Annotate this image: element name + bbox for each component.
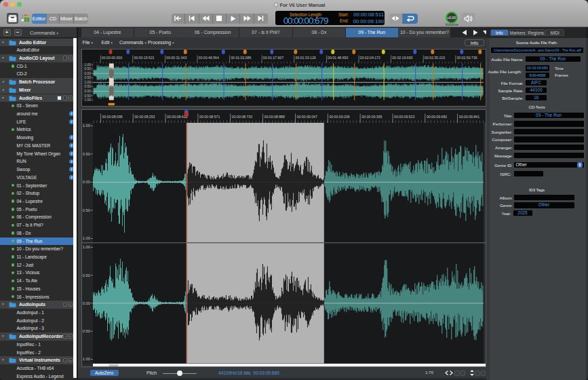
svg-text:0.50: 0.50 (83, 273, 90, 277)
svg-text:00:01:02:086: 00:01:02:086 (231, 56, 251, 60)
svg-text:00:00:08:253: 00:00:08:253 (134, 115, 155, 119)
svg-text:00:01:48:650: 00:01:48:650 (328, 56, 348, 60)
svg-text:00:01:33:129: 00:01:33:129 (295, 56, 315, 60)
svg-text:1.00: 1.00 (84, 62, 91, 66)
svg-text:0.00: 0.00 (83, 180, 90, 184)
svg-text:00:01:17:607: 00:01:17:607 (263, 56, 283, 60)
svg-text:00:00:31:043: 00:00:31:043 (166, 56, 187, 60)
svg-text:00:00:09:682: 00:00:09:682 (427, 115, 447, 119)
svg-text:00:00:09:365: 00:00:09:365 (361, 115, 382, 119)
svg-text:1.00: 1.00 (83, 357, 90, 361)
svg-text:00:00:08:095: 00:00:08:095 (102, 115, 122, 119)
svg-text:00:02:35:215: 00:02:35:215 (425, 56, 445, 60)
svg-text:0.50: 0.50 (83, 208, 90, 212)
svg-text:00:00:08:571: 00:00:08:571 (199, 115, 220, 119)
svg-text:1.00: 1.00 (83, 236, 90, 240)
svg-text:00:00:46:564: 00:00:46:564 (199, 56, 219, 60)
svg-text:0.50: 0.50 (84, 85, 91, 88)
svg-text:0.50: 0.50 (83, 151, 90, 155)
svg-text:0.00: 0.00 (83, 301, 90, 305)
svg-text:0.50: 0.50 (84, 94, 91, 97)
svg-text:1.00: 1.00 (84, 80, 91, 83)
svg-text:00:02:50:736: 00:02:50:736 (456, 56, 477, 60)
svg-text:1.00: 1.00 (83, 245, 90, 249)
svg-text:00:00:00:000: 00:00:00:000 (102, 56, 122, 60)
svg-text:0.50: 0.50 (83, 329, 90, 333)
svg-text:00:00:09:047: 00:00:09:047 (297, 115, 317, 119)
svg-text:00:00:09:841: 00:00:09:841 (459, 115, 479, 119)
svg-text:00:00:08:888: 00:00:08:888 (264, 115, 285, 119)
svg-text:00:00:08:730: 00:00:08:730 (232, 115, 252, 119)
svg-text:0.50: 0.50 (84, 76, 91, 79)
svg-text:1.00: 1.00 (84, 98, 91, 102)
svg-text:00:00:15:521: 00:00:15:521 (134, 56, 154, 60)
svg-text:00:02:04:172: 00:02:04:172 (360, 56, 380, 60)
svg-text:0.00: 0.00 (84, 90, 91, 93)
svg-text:00:00:09:523: 00:00:09:523 (394, 115, 414, 119)
svg-text:0.00: 0.00 (84, 71, 91, 75)
svg-text:00:02:19:693: 00:02:19:693 (392, 56, 412, 60)
svg-text:1.00: 1.00 (83, 124, 90, 128)
svg-text:00:00:09:206: 00:00:09:206 (329, 115, 349, 119)
svg-text:0.50: 0.50 (84, 67, 91, 71)
